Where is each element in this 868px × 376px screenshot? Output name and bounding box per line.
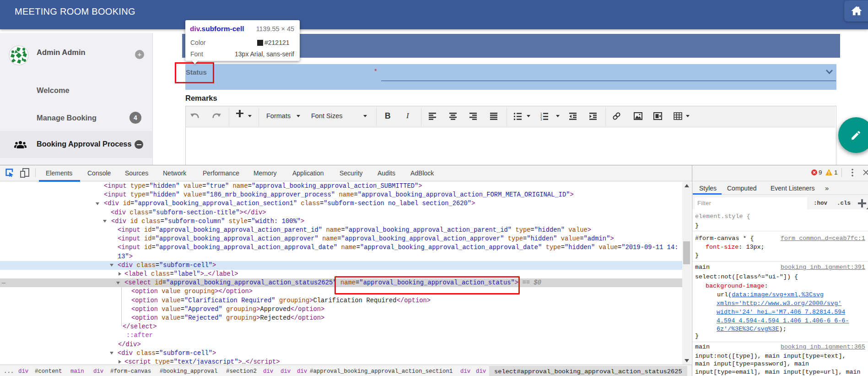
- svg-text:3: 3: [540, 118, 542, 120]
